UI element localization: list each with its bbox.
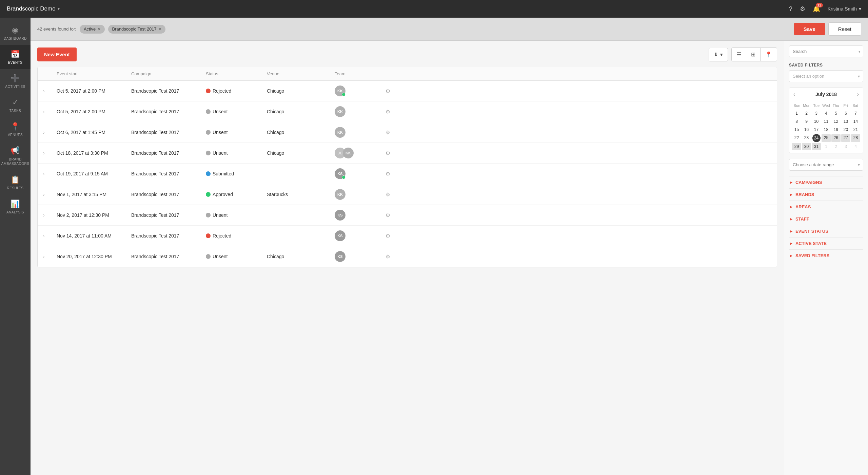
cal-day-23[interactable]: 23 [802, 134, 811, 142]
status-dot [206, 254, 211, 259]
row-expand[interactable]: › [43, 254, 57, 259]
accordion-areas[interactable]: ► AREAS [789, 201, 863, 213]
sidebar-item-brand-ambassadors[interactable]: 📢 BRANDAMBASSADORS [0, 141, 31, 171]
cal-day-13[interactable]: 13 [841, 118, 850, 125]
brand-name[interactable]: Brandscopic Demo ▾ [7, 5, 60, 12]
accordion-saved-filters-arrow: ► [789, 253, 793, 258]
help-icon[interactable]: ? [789, 5, 792, 13]
row-expand[interactable]: › [43, 233, 57, 239]
row-gear[interactable]: ⚙ [386, 129, 406, 136]
cal-day-18[interactable]: 18 [822, 126, 831, 133]
cal-day-3[interactable]: 3 [812, 110, 821, 117]
row-team: KS [335, 168, 386, 179]
cal-day-1[interactable]: 1 [792, 110, 801, 117]
cal-day-6[interactable]: 6 [841, 110, 850, 117]
row-expand[interactable]: › [43, 212, 57, 218]
row-expand[interactable]: › [43, 192, 57, 197]
cal-day-16[interactable]: 16 [802, 126, 811, 133]
cal-day-24[interactable]: 24 [812, 134, 821, 142]
sidebar-item-venues[interactable]: 📍 VENUES [0, 117, 31, 141]
cal-day-7[interactable]: 7 [851, 110, 860, 117]
saved-filters-select[interactable]: Select an option [789, 70, 863, 82]
cal-day-aug3[interactable]: 3 [841, 143, 850, 150]
accordion-campaigns[interactable]: ► CAMPAIGNS [789, 176, 863, 188]
row-gear[interactable]: ⚙ [386, 171, 406, 177]
sidebar-item-activities[interactable]: ➕ ACTIVITIES [0, 69, 31, 93]
row-gear[interactable]: ⚙ [386, 253, 406, 260]
sidebar-item-dashboard[interactable]: ◉ DASHBOARD [0, 21, 31, 45]
cal-day-27[interactable]: 27 [841, 134, 850, 142]
row-status: Unsent [206, 130, 267, 135]
settings-icon[interactable]: ⚙ [800, 5, 805, 13]
cal-day-aug4[interactable]: 4 [851, 143, 860, 150]
calendar-next-button[interactable]: › [857, 91, 859, 97]
cal-day-30[interactable]: 30 [802, 143, 811, 150]
avatar: KK [335, 86, 346, 96]
cal-day-26[interactable]: 26 [831, 134, 841, 142]
row-expand[interactable]: › [43, 171, 57, 176]
row-gear[interactable]: ⚙ [386, 233, 406, 239]
sidebar-label-venues: VENUES [8, 133, 23, 137]
date-range-input[interactable] [789, 159, 863, 171]
row-gear[interactable]: ⚙ [386, 109, 406, 115]
user-menu[interactable]: Kristina Smith ▾ [828, 6, 861, 12]
sidebar-item-results[interactable]: 📋 RESULTS [0, 171, 31, 195]
events-table: Event start Campaign Status Venue Team ›… [37, 67, 777, 267]
new-event-button[interactable]: New Event [37, 48, 77, 61]
cal-day-17[interactable]: 17 [812, 126, 821, 133]
accordion-active-state[interactable]: ► ACTIVE STATE [789, 237, 863, 249]
sidebar-item-tasks[interactable]: ✓ TASKS [0, 93, 31, 117]
table-row: › Oct 6, 2017 at 1:45 PM Brandscopic Tes… [38, 122, 777, 143]
row-expand[interactable]: › [43, 150, 57, 156]
calendar-prev-button[interactable]: ‹ [793, 91, 795, 97]
save-button[interactable]: Save [794, 23, 825, 35]
cal-day-28[interactable]: 28 [851, 134, 860, 142]
cal-day-12[interactable]: 12 [831, 118, 841, 125]
cal-day-aug1[interactable]: 1 [822, 143, 831, 150]
row-expand[interactable]: › [43, 109, 57, 114]
row-gear[interactable]: ⚙ [386, 150, 406, 156]
accordion-active-state-label: ACTIVE STATE [795, 241, 827, 246]
cal-day-20[interactable]: 20 [841, 126, 850, 133]
sidebar-label-tasks: TASKS [9, 109, 21, 113]
cal-day-25[interactable]: 25 [822, 134, 831, 142]
list-view-button[interactable]: ☰ [732, 48, 746, 61]
cal-day-4[interactable]: 4 [822, 110, 831, 117]
download-button[interactable]: ⬇ ▾ [709, 48, 728, 61]
reset-button[interactable]: Reset [828, 22, 861, 36]
row-gear[interactable]: ⚙ [386, 88, 406, 94]
cal-day-19[interactable]: 19 [831, 126, 841, 133]
cal-day-15[interactable]: 15 [792, 126, 801, 133]
grid-view-button[interactable]: ⊞ [746, 48, 761, 61]
cal-day-22[interactable]: 22 [792, 134, 801, 142]
remove-active-filter[interactable]: × [98, 26, 100, 32]
accordion-event-status[interactable]: ► EVENT STATUS [789, 225, 863, 237]
cal-day-29[interactable]: 29 [792, 143, 801, 150]
cal-day-5[interactable]: 5 [831, 110, 841, 117]
map-view-button[interactable]: 📍 [761, 48, 777, 61]
row-expand[interactable]: › [43, 88, 57, 94]
cal-day-31[interactable]: 31 [812, 143, 821, 150]
cal-day-14[interactable]: 14 [851, 118, 860, 125]
cal-day-11[interactable]: 11 [822, 118, 831, 125]
cal-day-9[interactable]: 9 [802, 118, 811, 125]
remove-campaign-filter[interactable]: × [159, 26, 161, 32]
row-campaign: Brandscopic Test 2017 [131, 150, 206, 156]
accordion-brands[interactable]: ► BRANDS [789, 188, 863, 201]
cal-day-10[interactable]: 10 [812, 118, 821, 125]
row-gear[interactable]: ⚙ [386, 212, 406, 218]
accordion-saved-filters[interactable]: ► SAVED FILTERS [789, 249, 863, 262]
cal-day-8[interactable]: 8 [792, 118, 801, 125]
row-expand[interactable]: › [43, 130, 57, 135]
sidebar-label-activities: ACTIVITIES [5, 85, 25, 89]
row-gear[interactable]: ⚙ [386, 191, 406, 198]
accordion-staff[interactable]: ► STAFF [789, 213, 863, 225]
cal-day-21[interactable]: 21 [851, 126, 860, 133]
sidebar-item-analysis[interactable]: 📊 ANALYSIS [0, 195, 31, 219]
cal-day-2[interactable]: 2 [802, 110, 811, 117]
cal-day-aug2[interactable]: 2 [831, 143, 841, 150]
search-input[interactable] [789, 45, 863, 57]
sidebar-item-events[interactable]: 📅 EVENTS [0, 45, 31, 69]
notification-icon[interactable]: 🔔 11 [813, 5, 820, 13]
table-row: › Oct 18, 2017 at 3:30 PM Brandscopic Te… [38, 143, 777, 164]
